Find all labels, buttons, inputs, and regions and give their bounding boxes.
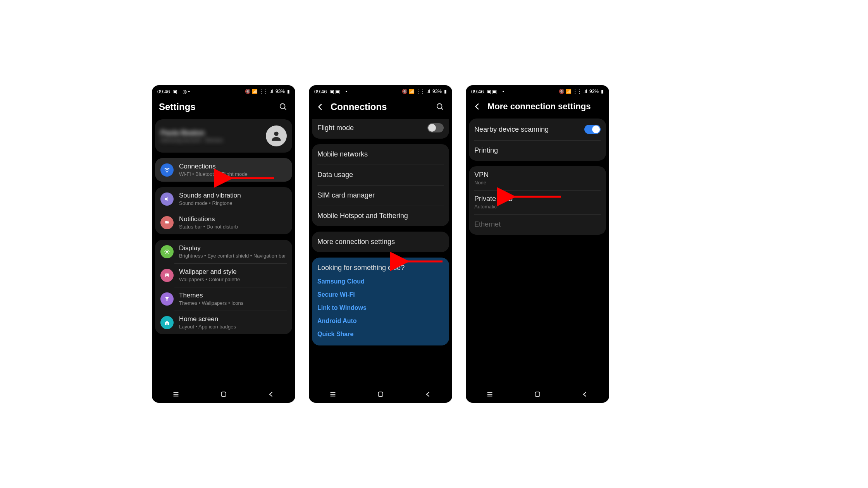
row-label: SIM card manager (317, 191, 444, 199)
back-button[interactable] (316, 102, 325, 112)
status-bar: 09:46▣ – ◎ • 🔇 📶 ⋮⋮ .ıl93%▮ (152, 85, 295, 98)
home-button[interactable] (532, 388, 543, 400)
more-connection-settings-row[interactable]: More connection settings (312, 232, 449, 252)
home-icon (160, 316, 174, 329)
profile-sub: Samsung account · Devices (160, 137, 260, 143)
back-button[interactable] (265, 388, 277, 400)
link-android-auto[interactable]: Android Auto (312, 314, 449, 328)
item-sub: Layout • App icon badges (179, 324, 287, 330)
looking-for-card: Looking for something else? Samsung Clou… (312, 258, 449, 345)
mobile-networks-row[interactable]: Mobile networks (312, 144, 449, 165)
phone-more-connection: 09:46▣ ▣ – • 🔇 📶 ⋮⋮ .ıl92%▮ More connect… (466, 85, 609, 403)
row-label: VPN (474, 171, 601, 179)
printing-row[interactable]: Printing (469, 140, 606, 161)
back-button[interactable] (579, 388, 591, 400)
back-button[interactable] (473, 102, 482, 111)
link-quick-share[interactable]: Quick Share (312, 328, 449, 341)
recents-button[interactable] (170, 388, 182, 400)
home-button[interactable] (375, 388, 386, 400)
clock: 09:46 (314, 89, 327, 95)
vpn-row[interactable]: VPN None (469, 166, 606, 190)
status-icons-right: 🔇 📶 ⋮⋮ .ıl (559, 89, 587, 94)
settings-item-display[interactable]: Display Brightness • Eye comfort shield … (155, 240, 292, 263)
item-title: Sounds and vibration (179, 192, 287, 199)
row-label: Mobile Hotspot and Tethering (317, 212, 444, 220)
recents-button[interactable] (327, 388, 339, 400)
private-dns-row[interactable]: Private DNS Automatic (469, 190, 606, 214)
link-link-to-windows[interactable]: Link to Windows (312, 301, 449, 314)
home-button[interactable] (218, 388, 229, 400)
svg-point-3 (167, 171, 167, 172)
row-sub: None (474, 180, 601, 186)
battery-pct: 93% (276, 89, 285, 94)
back-button[interactable] (422, 388, 434, 400)
link-secure-wifi[interactable]: Secure Wi-Fi (312, 288, 449, 301)
hotspot-row[interactable]: Mobile Hotspot and Tethering (312, 206, 449, 226)
status-bar: 09:46▣ ▣ – • 🔇 📶 ⋮⋮ .ıl92%▮ (466, 85, 609, 98)
link-samsung-cloud[interactable]: Samsung Cloud (312, 275, 449, 288)
row-label: Mobile networks (317, 150, 444, 158)
row-label: Flight mode (317, 124, 422, 132)
item-sub: Wi-Fi • Bluetooth • Flight mode (179, 171, 287, 177)
flight-mode-toggle[interactable] (427, 123, 444, 132)
status-icons-right: 🔇 📶 ⋮⋮ .ıl (402, 89, 430, 94)
row-label: Printing (474, 146, 601, 155)
row-label: Data usage (317, 171, 444, 179)
svg-line-1 (284, 108, 286, 110)
data-usage-row[interactable]: Data usage (312, 165, 449, 185)
sim-manager-row[interactable]: SIM card manager (312, 185, 449, 206)
profile-card[interactable]: Paula Beaton Samsung account · Devices (155, 119, 292, 153)
nearby-scanning-row[interactable]: Nearby device scanning (469, 119, 606, 140)
search-button[interactable] (278, 102, 288, 112)
svg-rect-20 (221, 392, 226, 397)
svg-rect-32 (535, 392, 540, 397)
themes-icon (160, 292, 174, 306)
status-bar: 09:46▣ ▣ – • 🔇 📶 ⋮⋮ .ıl93%▮ (309, 85, 452, 98)
nav-bar (309, 386, 452, 403)
search-button[interactable] (435, 102, 445, 112)
phone-connections: 09:46▣ ▣ – • 🔇 📶 ⋮⋮ .ıl93%▮ Connections … (309, 85, 452, 403)
wallpaper-icon (160, 269, 174, 282)
svg-point-0 (280, 104, 285, 109)
item-title: Themes (179, 292, 287, 299)
status-icons-right: 🔇 📶 ⋮⋮ .ıl (245, 89, 273, 94)
looking-for-title: Looking for something else? (312, 258, 449, 275)
item-sub: Status bar • Do not disturb (179, 224, 287, 230)
item-sub: Brightness • Eye comfort shield • Naviga… (179, 253, 287, 259)
svg-point-22 (437, 104, 442, 109)
svg-point-5 (167, 220, 169, 222)
ethernet-row: Ethernet (469, 214, 606, 235)
avatar[interactable] (266, 125, 287, 146)
settings-item-homescreen[interactable]: Home screen Layout • App icon badges (155, 311, 292, 334)
clock: 09:46 (471, 89, 484, 95)
row-label: More connection settings (317, 238, 444, 246)
phone-settings: 09:46▣ – ◎ • 🔇 📶 ⋮⋮ .ıl93%▮ Settings Pau… (152, 85, 295, 403)
nav-bar (466, 386, 609, 403)
settings-item-themes[interactable]: Themes Themes • Wallpapers • Icons (155, 287, 292, 311)
nearby-scanning-toggle[interactable] (584, 125, 601, 134)
battery-icon: ▮ (444, 89, 447, 94)
settings-item-notifications[interactable]: Notifications Status bar • Do not distur… (155, 211, 292, 234)
settings-item-wallpaper[interactable]: Wallpaper and style Wallpapers • Colour … (155, 263, 292, 287)
nav-bar (152, 386, 295, 403)
item-title: Display (179, 244, 287, 252)
clock: 09:46 (157, 89, 170, 95)
sound-icon (160, 192, 174, 206)
settings-item-connections[interactable]: Connections Wi-Fi • Bluetooth • Flight m… (155, 158, 292, 182)
status-icons-left: ▣ ▣ – • (329, 89, 348, 95)
page-title: Settings (159, 101, 273, 112)
wifi-icon (160, 163, 174, 177)
flight-mode-row[interactable]: Flight mode (312, 119, 449, 139)
battery-pct: 92% (589, 89, 599, 94)
notification-icon (160, 216, 174, 229)
battery-icon: ▮ (287, 89, 290, 94)
settings-item-sounds[interactable]: Sounds and vibration Sound mode • Ringto… (155, 187, 292, 211)
display-icon (160, 245, 174, 258)
recents-button[interactable] (484, 388, 496, 400)
row-sub: Automatic (474, 204, 601, 210)
profile-name: Paula Beaton (160, 129, 260, 137)
item-sub: Themes • Wallpapers • Icons (179, 300, 287, 306)
row-label: Nearby device scanning (474, 125, 579, 134)
row-label: Ethernet (474, 220, 601, 229)
svg-point-6 (166, 251, 168, 253)
